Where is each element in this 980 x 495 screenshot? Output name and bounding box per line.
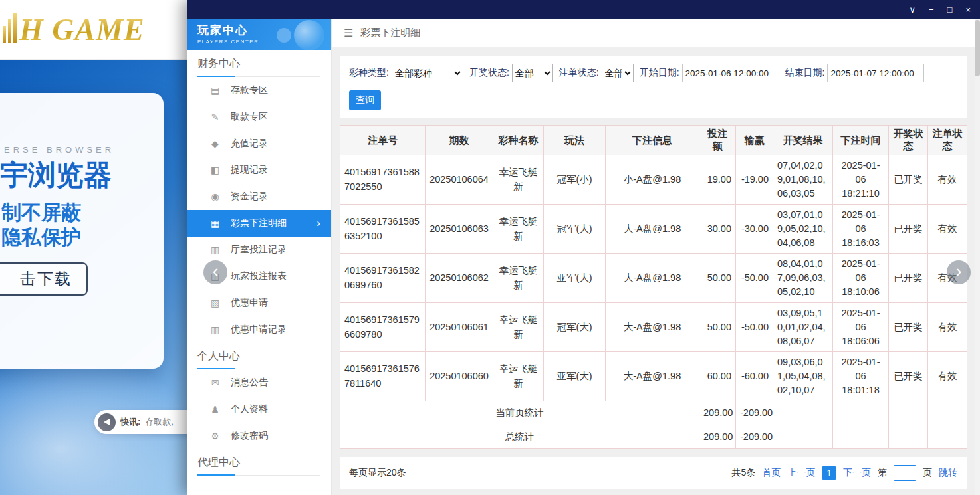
table-cell: 已开奖 [889,155,928,205]
table-cell: 401569173615796609780 [340,303,426,352]
sidebar-item-recharge[interactable]: ◆充值记录 [187,130,331,157]
table-row: 40156917361576781164020250106060幸运飞艇新亚军(… [340,352,967,401]
gear-icon: ⚙ [209,431,221,441]
banner-tagline: ERSE BROWSER [4,145,114,155]
bet-table-card: 注单号期数彩种名称玩法下注信息投注额输赢开奖结果下注时间开奖状态注单状态 401… [340,125,967,449]
table-cell: 20250106064 [426,155,493,205]
minimize-button[interactable]: − [929,5,934,14]
table-cell: 2025-01-06 18:16:03 [833,205,889,254]
sidebar-item-funds[interactable]: ◉资金记录 [187,183,331,210]
filter-row: 彩种类型:全部彩种开奖状态:全部注单状态:全部开始日期:结束日期: [349,64,957,82]
chevron-down-icon[interactable]: ∨ [909,5,916,14]
sidebar-item-label: 修改密码 [231,430,268,442]
table-cell: 已开奖 [889,254,928,303]
column-header: 期数 [426,126,493,155]
column-header: 开奖结果 [773,126,833,155]
jump-prefix-label: 第 [878,467,887,479]
sidebar-item-cashout[interactable]: ◧提现记录 [187,157,331,183]
table-cell: -30.00 [736,205,773,254]
table-cell: 幸运飞艇新 [493,155,544,205]
filter-group: 彩种类型:全部彩种 [349,64,463,82]
download-button[interactable]: 击下载 [0,262,88,296]
summary-bet-total: 209.00 [699,401,736,425]
player-center-panel: ∨ − □ × 玩家中心 PLAYERS CENTER 财务中心▤存款专区✎取款… [187,0,980,495]
ticker-label: 快讯: [120,416,140,428]
cashout-icon: ◧ [209,165,221,175]
jump-button[interactable]: 跳转 [939,467,957,479]
summary-empty-cell [928,401,967,425]
summary-winloss-total: -209.00 [736,401,773,425]
table-cell: 有效 [928,352,967,401]
sidebar-item-hall[interactable]: ▥厅室投注记录 [187,237,331,263]
bell-icon: ✉ [209,377,221,388]
table-cell: 冠军(小) [544,155,606,205]
app-root: H GAME ERSE BROWSER 宇浏览器 制不屏蔽 隐私保护 击下载 快… [0,0,980,495]
table-cell: -50.00 [736,254,773,303]
sidebar-item-promo[interactable]: ▧优惠申请 [187,290,331,316]
jump-page-input[interactable] [894,465,916,481]
scrollbar-thumb[interactable] [975,20,980,76]
filter-select[interactable]: 全部 [602,64,634,82]
next-page-link[interactable]: 下一页 [843,467,871,479]
deposit-icon: ▤ [209,85,221,96]
summary-label: 总统计 [340,425,699,449]
summary-row: 总统计209.00-209.00 [340,425,967,449]
sidebar-item-withdraw[interactable]: ✎取款专区 [187,104,331,130]
scrollbar[interactable] [975,19,980,495]
table-cell: 30.00 [699,205,736,254]
first-page-link[interactable]: 首页 [762,467,781,479]
table-row: 40156917361585635210020250106063幸运飞艇新冠军(… [340,205,967,254]
table-row: 40156917361579660978020250106061幸运飞艇新冠军(… [340,303,967,352]
table-cell: 401569173615856352100 [340,205,426,254]
table-cell: 09,03,06,01,05,04,08,02,10,07 [773,352,833,401]
current-page-button[interactable]: 1 [822,466,836,480]
speaker-icon [98,413,116,431]
table-cell: 小-A盘@1.98 [606,155,699,205]
filter-select[interactable]: 全部 [512,64,553,82]
table-cell: 401569173615887022550 [340,155,426,205]
column-header: 下注时间 [833,126,889,155]
maximize-button[interactable]: □ [947,5,953,14]
prev-page-link[interactable]: 上一页 [787,467,815,479]
column-header: 彩种名称 [493,126,544,155]
sidebar-section-title: 个人中心 [197,349,320,369]
sidebar-item-label: 彩票下注明细 [231,217,287,229]
carousel-right-arrow[interactable]: › [947,260,971,284]
sidebar-item-label: 充值记录 [231,138,268,149]
filter-label: 开奖状态: [469,67,509,79]
close-button[interactable]: × [965,5,971,14]
filter-panel: 彩种类型:全部彩种开奖状态:全部注单状态:全部开始日期:结束日期: 查询 [340,56,967,118]
funds-icon: ◉ [209,191,221,202]
menu-icon[interactable]: ☰ [344,27,353,39]
filter-group: 开奖状态:全部 [469,64,553,82]
filter-group: 开始日期: [640,64,779,82]
sidebar-item-promo-record[interactable]: ▥优惠申请记录 [187,316,331,343]
sidebar-item-gear[interactable]: ⚙修改密码 [187,423,331,449]
table-cell: 2025-01-06 18:06:06 [833,303,889,352]
sidebar-subtitle: PLAYERS CENTER [197,39,331,45]
query-button[interactable]: 查询 [349,90,381,110]
column-header: 投注额 [699,126,736,155]
sidebar-item-deposit[interactable]: ▤存款专区 [187,77,331,104]
column-header: 注单号 [340,126,426,155]
filter-date-input[interactable] [827,64,924,82]
recharge-icon: ◆ [209,138,221,149]
sidebar-item-lottery[interactable]: ▦彩票下注明细› [187,210,331,237]
sidebar-item-bell[interactable]: ✉消息公告 [187,369,331,396]
sidebar-item-user[interactable]: ♟个人资料 [187,396,331,423]
table-row: 40156917361588702255020250106064幸运飞艇新冠军(… [340,155,967,205]
sidebar-section-title: 财务中心 [197,57,320,77]
summary-winloss-total: -209.00 [736,425,773,449]
sidebar-item-label: 提现记录 [231,164,268,176]
filter-label: 注单状态: [559,67,599,79]
withdraw-icon: ✎ [209,112,221,122]
carousel-left-arrow[interactable]: ‹ [203,260,227,284]
hall-icon: ▥ [209,245,221,255]
filter-date-input[interactable] [682,64,779,82]
filter-label: 彩种类型: [349,67,389,79]
news-ticker: 快讯: 存取款, [94,410,187,434]
filter-select[interactable]: 全部彩种 [392,64,463,82]
table-cell: 19.00 [699,155,736,205]
table-cell: 08,04,01,07,09,06,03,05,02,10 [773,254,833,303]
panel-body: 玩家中心 PLAYERS CENTER 财务中心▤存款专区✎取款专区◆充值记录◧… [187,19,980,495]
